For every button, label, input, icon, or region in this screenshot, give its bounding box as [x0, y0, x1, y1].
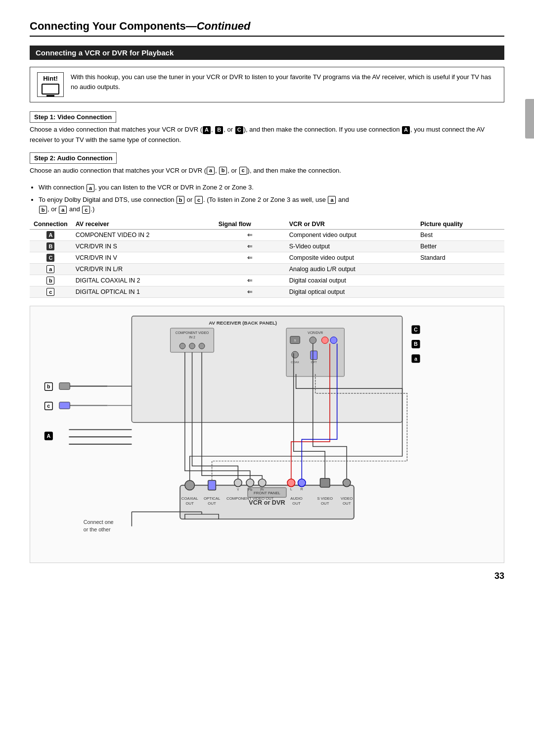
svg-rect-17 — [311, 351, 317, 360]
cell-quality — [416, 286, 504, 297]
cell-quality: Best — [416, 229, 504, 240]
svg-point-5 — [179, 343, 185, 349]
cell-av-receiver: VCR/DVR IN V — [72, 252, 215, 263]
cell-vcr-dvr: Composite video output — [285, 252, 416, 263]
cell-av-receiver: DIGITAL COAXIAL IN 2 — [72, 275, 215, 286]
hint-tv-icon — [42, 84, 59, 94]
step1-header: Step 1: Video Connection — [30, 111, 116, 123]
cell-quality — [416, 275, 504, 286]
step2-text: Choose an audio connection that matches … — [30, 166, 504, 176]
svg-text:a: a — [414, 356, 418, 362]
cell-signal: ⇐ — [215, 286, 285, 297]
table-row: cDIGITAL OPTICAL IN 1⇐Digital optical ou… — [30, 286, 504, 297]
svg-point-58 — [298, 479, 306, 487]
svg-text:COAXIAL: COAXIAL — [181, 496, 198, 501]
svg-point-44 — [185, 480, 195, 490]
badge-A: A — [203, 126, 211, 134]
svg-text:Connect one: Connect one — [84, 519, 114, 525]
svg-point-15 — [292, 351, 299, 358]
col-vcr-dvr: VCR or DVR — [285, 219, 416, 230]
svg-text:OUT: OUT — [208, 501, 216, 506]
cell-vcr-dvr: Component video output — [285, 229, 416, 240]
col-signal-flow: Signal flow — [215, 219, 285, 230]
side-tab — [525, 99, 534, 139]
bullet-2: To enjoy Dolby Digital and DTS, use conn… — [39, 195, 504, 214]
svg-text:S VIDEO: S VIDEO — [317, 496, 333, 501]
badge-a-bullet1: a — [87, 184, 94, 192]
svg-point-57 — [287, 479, 295, 487]
cell-vcr-dvr: Digital optical output — [285, 286, 416, 297]
svg-point-50 — [234, 479, 242, 487]
svg-text:Pr: Pr — [261, 488, 265, 491]
table-row: bDIGITAL COAXIAL IN 2⇐Digital coaxial ou… — [30, 275, 504, 286]
cell-av-receiver: COMPONENT VIDEO IN 2 — [72, 229, 215, 240]
svg-text:AV RECEIVER (BACK PANEL): AV RECEIVER (BACK PANEL) — [209, 320, 277, 326]
section-title-text: Connecting a VCR or DVR for Playback — [36, 48, 174, 57]
badge-b-bullet2: b — [177, 196, 184, 204]
hint-text: With this hookup, you can use the tuner … — [71, 72, 497, 92]
svg-text:L: L — [290, 487, 292, 490]
diagram-area: AV RECEIVER (BACK PANEL) COMPONENT VIDEO… — [30, 306, 504, 563]
hint-label-text: Hint! — [43, 75, 58, 82]
badge-b-bullet2b: b — [39, 206, 47, 214]
step2-block: Step 2: Audio Connection Choose an audio… — [30, 152, 504, 176]
badge-b: b — [219, 167, 227, 175]
svg-text:IN 2: IN 2 — [189, 335, 195, 339]
svg-point-52 — [258, 479, 266, 487]
svg-point-12 — [310, 337, 316, 344]
badge-a-bullet2b: a — [59, 206, 67, 214]
table-row: ACOMPONENT VIDEO IN 2⇐Component video ou… — [30, 229, 504, 240]
svg-point-51 — [246, 479, 254, 487]
table-row: aVCR/DVR IN L/RAnalog audio L/R output — [30, 263, 504, 275]
svg-point-14 — [330, 337, 337, 344]
svg-text:c: c — [47, 403, 50, 409]
badge-C: C — [235, 126, 243, 134]
table-row: BVCR/DVR IN S⇐S-Video outputBetter — [30, 240, 504, 252]
cell-quality: Standard — [416, 252, 504, 263]
svg-text:OUT: OUT — [292, 501, 301, 506]
cell-connection: B — [30, 240, 72, 252]
cell-connection: c — [30, 286, 72, 297]
col-picture-quality: Picture quality — [416, 219, 504, 230]
svg-text:COMPONENT VIDEO: COMPONENT VIDEO — [176, 331, 209, 334]
col-connection: Connection — [30, 219, 72, 230]
page-title: Connecting Your Components—Continued — [30, 20, 504, 37]
svg-text:C: C — [414, 327, 418, 332]
svg-point-6 — [189, 343, 195, 349]
badge-B: B — [215, 126, 223, 134]
title-main: Connecting Your Components — [30, 20, 186, 32]
svg-text:AUDIO: AUDIO — [290, 496, 303, 501]
step1-text: Choose a video connection that matches y… — [30, 125, 504, 145]
section-header: Connecting a VCR or DVR for Playback — [30, 46, 504, 60]
step1-block: Step 1: Video Connection Choose a video … — [30, 111, 504, 145]
cell-connection: b — [30, 275, 72, 286]
connection-diagram: AV RECEIVER (BACK PANEL) COMPONENT VIDEO… — [35, 311, 499, 553]
table-row: CVCR/DVR IN V⇐Composite video outputStan… — [30, 252, 504, 263]
svg-text:FRONT PANEL: FRONT PANEL — [254, 491, 281, 495]
cell-vcr-dvr: Digital coaxial output — [285, 275, 416, 286]
cell-connection: a — [30, 263, 72, 275]
cell-vcr-dvr: Analog audio L/R output — [285, 263, 416, 275]
svg-text:OUT: OUT — [185, 501, 194, 506]
badge-a: a — [207, 167, 215, 175]
badge-c: c — [239, 167, 247, 175]
title-italic: —Continued — [186, 20, 251, 32]
svg-text:R: R — [301, 487, 303, 490]
svg-rect-20 — [59, 382, 70, 389]
cell-signal — [215, 263, 285, 275]
cell-vcr-dvr: S-Video output — [285, 240, 416, 252]
svg-text:or the other: or the other — [84, 526, 111, 532]
svg-text:OUT: OUT — [321, 501, 329, 506]
badge-A2: A — [402, 126, 410, 134]
cell-signal: ⇐ — [215, 275, 285, 286]
cell-connection: C — [30, 252, 72, 263]
bullet-list: With connection a, you can listen to the… — [39, 183, 504, 214]
bullet-1: With connection a, you can listen to the… — [39, 183, 504, 192]
hint-label: Hint! — [37, 72, 64, 97]
svg-rect-23 — [59, 402, 70, 409]
cell-signal: ⇐ — [215, 252, 285, 263]
svg-text:b: b — [47, 383, 50, 389]
cell-signal: ⇐ — [215, 229, 285, 240]
svg-text:OUT: OUT — [343, 501, 351, 506]
cell-av-receiver: VCR/DVR IN S — [72, 240, 215, 252]
